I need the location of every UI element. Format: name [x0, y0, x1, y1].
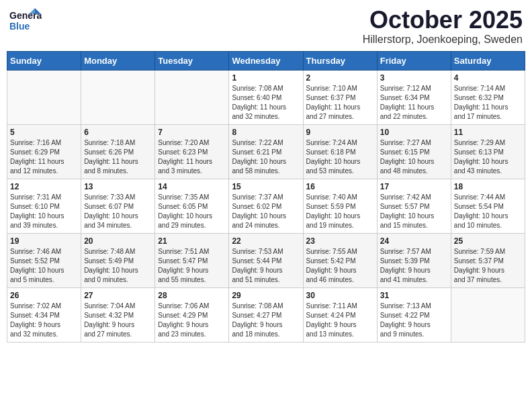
- day-info: Sunrise: 7:08 AM Sunset: 6:40 PM Dayligh…: [232, 84, 300, 122]
- day-info: Sunrise: 7:59 AM Sunset: 5:37 PM Dayligh…: [454, 247, 522, 285]
- location-title: Hillerstorp, Joenkoeping, Sweden: [363, 34, 523, 46]
- calendar-cell: 10Sunrise: 7:27 AM Sunset: 6:15 PM Dayli…: [377, 124, 451, 179]
- day-number: 3: [380, 73, 448, 83]
- weekday-header-monday: Monday: [81, 51, 155, 70]
- calendar-cell: 25Sunrise: 7:59 AM Sunset: 5:37 PM Dayli…: [451, 233, 525, 287]
- day-number: 27: [84, 291, 152, 300]
- calendar-cell: 17Sunrise: 7:42 AM Sunset: 5:57 PM Dayli…: [377, 179, 451, 233]
- calendar-cell: 21Sunrise: 7:51 AM Sunset: 5:47 PM Dayli…: [155, 233, 229, 287]
- calendar-cell: 12Sunrise: 7:31 AM Sunset: 6:10 PM Dayli…: [7, 179, 81, 233]
- day-info: Sunrise: 7:46 AM Sunset: 5:52 PM Dayligh…: [10, 247, 78, 285]
- calendar-row-3: 19Sunrise: 7:46 AM Sunset: 5:52 PM Dayli…: [7, 233, 525, 287]
- day-number: 25: [454, 236, 522, 246]
- weekday-header-saturday: Saturday: [451, 51, 525, 70]
- day-number: 6: [84, 128, 152, 137]
- calendar-cell: 1Sunrise: 7:08 AM Sunset: 6:40 PM Daylig…: [229, 70, 303, 124]
- calendar-cell: 19Sunrise: 7:46 AM Sunset: 5:52 PM Dayli…: [7, 233, 81, 287]
- day-info: Sunrise: 7:27 AM Sunset: 6:15 PM Dayligh…: [380, 138, 448, 176]
- calendar-cell: 9Sunrise: 7:24 AM Sunset: 6:18 PM Daylig…: [303, 124, 377, 179]
- calendar-cell: 14Sunrise: 7:35 AM Sunset: 6:05 PM Dayli…: [155, 179, 229, 233]
- day-number: 7: [158, 128, 226, 137]
- calendar-row-0: 1Sunrise: 7:08 AM Sunset: 6:40 PM Daylig…: [7, 70, 525, 124]
- calendar-cell: 6Sunrise: 7:18 AM Sunset: 6:26 PM Daylig…: [81, 124, 155, 179]
- day-number: 26: [10, 291, 78, 300]
- month-title: October 2025: [363, 7, 523, 34]
- calendar-row-2: 12Sunrise: 7:31 AM Sunset: 6:10 PM Dayli…: [7, 179, 525, 233]
- day-number: 24: [380, 236, 448, 246]
- day-info: Sunrise: 7:33 AM Sunset: 6:07 PM Dayligh…: [84, 193, 152, 230]
- weekday-header-sunday: Sunday: [7, 51, 81, 70]
- day-info: Sunrise: 7:06 AM Sunset: 4:29 PM Dayligh…: [158, 302, 226, 339]
- calendar-cell: 26Sunrise: 7:02 AM Sunset: 4:34 PM Dayli…: [7, 287, 81, 342]
- day-info: Sunrise: 7:12 AM Sunset: 6:34 PM Dayligh…: [380, 84, 448, 122]
- calendar-cell: 23Sunrise: 7:55 AM Sunset: 5:42 PM Dayli…: [303, 233, 377, 287]
- day-number: 14: [158, 182, 226, 191]
- day-number: 5: [10, 128, 78, 137]
- day-number: 20: [84, 236, 152, 246]
- weekday-header-thursday: Thursday: [303, 51, 377, 70]
- svg-text:Blue: Blue: [9, 21, 30, 32]
- weekday-header-friday: Friday: [377, 51, 451, 70]
- day-info: Sunrise: 7:13 AM Sunset: 4:22 PM Dayligh…: [380, 302, 448, 339]
- day-number: 16: [306, 182, 374, 191]
- day-number: 28: [158, 291, 226, 300]
- calendar-cell: [7, 70, 81, 124]
- day-number: 4: [454, 73, 522, 83]
- calendar-cell: 18Sunrise: 7:44 AM Sunset: 5:54 PM Dayli…: [451, 179, 525, 233]
- day-number: 31: [380, 291, 448, 300]
- day-info: Sunrise: 7:24 AM Sunset: 6:18 PM Dayligh…: [306, 138, 374, 176]
- calendar-cell: 27Sunrise: 7:04 AM Sunset: 4:32 PM Dayli…: [81, 287, 155, 342]
- day-info: Sunrise: 7:44 AM Sunset: 5:54 PM Dayligh…: [454, 193, 522, 230]
- calendar-cell: 28Sunrise: 7:06 AM Sunset: 4:29 PM Dayli…: [155, 287, 229, 342]
- day-info: Sunrise: 7:31 AM Sunset: 6:10 PM Dayligh…: [10, 193, 78, 230]
- calendar-cell: 16Sunrise: 7:40 AM Sunset: 5:59 PM Dayli…: [303, 179, 377, 233]
- day-info: Sunrise: 7:57 AM Sunset: 5:39 PM Dayligh…: [380, 247, 448, 285]
- day-number: 22: [232, 236, 300, 246]
- day-number: 30: [306, 291, 374, 300]
- calendar-cell: 22Sunrise: 7:53 AM Sunset: 5:44 PM Dayli…: [229, 233, 303, 287]
- day-number: 29: [232, 291, 300, 300]
- day-number: 8: [232, 128, 300, 137]
- day-info: Sunrise: 7:29 AM Sunset: 6:13 PM Dayligh…: [454, 138, 522, 176]
- day-info: Sunrise: 7:02 AM Sunset: 4:34 PM Dayligh…: [10, 302, 78, 339]
- calendar-cell: 8Sunrise: 7:22 AM Sunset: 6:21 PM Daylig…: [229, 124, 303, 179]
- day-number: 13: [84, 182, 152, 191]
- calendar-title-area: October 2025 Hillerstorp, Joenkoeping, S…: [363, 7, 523, 46]
- day-info: Sunrise: 7:55 AM Sunset: 5:42 PM Dayligh…: [306, 247, 374, 285]
- day-number: 1: [232, 73, 300, 83]
- calendar-cell: 2Sunrise: 7:10 AM Sunset: 6:37 PM Daylig…: [303, 70, 377, 124]
- day-info: Sunrise: 7:16 AM Sunset: 6:29 PM Dayligh…: [10, 138, 78, 176]
- day-info: Sunrise: 7:18 AM Sunset: 6:26 PM Dayligh…: [84, 138, 152, 176]
- day-number: 10: [380, 128, 448, 137]
- calendar-row-1: 5Sunrise: 7:16 AM Sunset: 6:29 PM Daylig…: [7, 124, 525, 179]
- day-info: Sunrise: 7:11 AM Sunset: 4:24 PM Dayligh…: [306, 302, 374, 339]
- day-number: 9: [306, 128, 374, 137]
- day-info: Sunrise: 7:14 AM Sunset: 6:32 PM Dayligh…: [454, 84, 522, 122]
- day-info: Sunrise: 7:35 AM Sunset: 6:05 PM Dayligh…: [158, 193, 226, 230]
- calendar-cell: 11Sunrise: 7:29 AM Sunset: 6:13 PM Dayli…: [451, 124, 525, 179]
- day-info: Sunrise: 7:20 AM Sunset: 6:23 PM Dayligh…: [158, 138, 226, 176]
- calendar-cell: [451, 287, 525, 342]
- day-info: Sunrise: 7:42 AM Sunset: 5:57 PM Dayligh…: [380, 193, 448, 230]
- calendar-cell: 24Sunrise: 7:57 AM Sunset: 5:39 PM Dayli…: [377, 233, 451, 287]
- day-number: 18: [454, 182, 522, 191]
- day-number: 12: [10, 182, 78, 191]
- day-number: 11: [454, 128, 522, 137]
- day-info: Sunrise: 7:48 AM Sunset: 5:49 PM Dayligh…: [84, 247, 152, 285]
- day-number: 19: [10, 236, 78, 246]
- calendar-row-4: 26Sunrise: 7:02 AM Sunset: 4:34 PM Dayli…: [7, 287, 525, 342]
- calendar-cell: 5Sunrise: 7:16 AM Sunset: 6:29 PM Daylig…: [7, 124, 81, 179]
- day-info: Sunrise: 7:08 AM Sunset: 4:27 PM Dayligh…: [232, 302, 300, 339]
- day-info: Sunrise: 7:40 AM Sunset: 5:59 PM Dayligh…: [306, 193, 374, 230]
- page-header: General Blue October 2025 Hillerstorp, J…: [7, 7, 525, 46]
- calendar-cell: [81, 70, 155, 124]
- day-info: Sunrise: 7:51 AM Sunset: 5:47 PM Dayligh…: [158, 247, 226, 285]
- day-info: Sunrise: 7:04 AM Sunset: 4:32 PM Dayligh…: [84, 302, 152, 339]
- day-number: 2: [306, 73, 374, 83]
- calendar-cell: 15Sunrise: 7:37 AM Sunset: 6:02 PM Dayli…: [229, 179, 303, 233]
- calendar-cell: 13Sunrise: 7:33 AM Sunset: 6:07 PM Dayli…: [81, 179, 155, 233]
- day-info: Sunrise: 7:22 AM Sunset: 6:21 PM Dayligh…: [232, 138, 300, 176]
- day-info: Sunrise: 7:37 AM Sunset: 6:02 PM Dayligh…: [232, 193, 300, 230]
- day-number: 21: [158, 236, 226, 246]
- day-info: Sunrise: 7:53 AM Sunset: 5:44 PM Dayligh…: [232, 247, 300, 285]
